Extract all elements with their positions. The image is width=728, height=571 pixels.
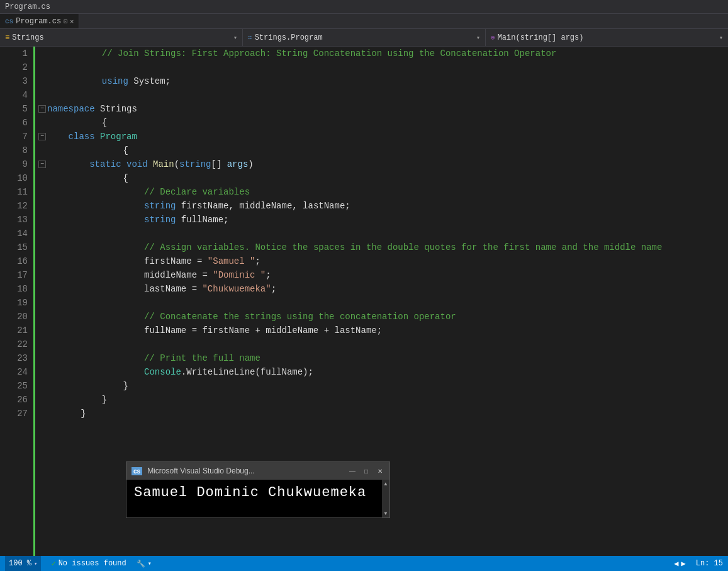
code-line: − static void Main(string[] args) bbox=[36, 157, 728, 171]
nav-dropdown-strings[interactable]: ≡ Strings ▾ bbox=[0, 29, 243, 46]
code-line: // Concatenate the strings using the con… bbox=[36, 310, 728, 324]
debug-title-icon: cs bbox=[132, 467, 142, 475]
token: System; bbox=[128, 74, 171, 88]
token: { bbox=[38, 144, 128, 157]
debug-title-text: Microsoft Visual Studio Debug... bbox=[147, 466, 343, 475]
line-number: 27 bbox=[0, 407, 28, 421]
line-number: 17 bbox=[0, 268, 28, 282]
code-line: { bbox=[36, 116, 728, 130]
nav-dropdown-main[interactable]: ⊕ Main(string[] args) ▾ bbox=[486, 29, 728, 46]
nav-left-icon: 🔧 bbox=[137, 560, 145, 568]
token: [] bbox=[211, 157, 227, 171]
line-number: 13 bbox=[0, 213, 28, 227]
status-bar: 100 % ▾ ✓ No issues found 🔧 ▾ ◀ ▶ Ln: 15 bbox=[0, 556, 728, 571]
line-number: 6 bbox=[0, 116, 28, 130]
token bbox=[38, 199, 144, 213]
debug-console[interactable]: cs Microsoft Visual Studio Debug... — □ … bbox=[126, 461, 390, 518]
token: (fullName); bbox=[255, 365, 313, 379]
nav-main-icon: ⊕ bbox=[491, 33, 495, 42]
scroll-down-icon[interactable]: ▼ bbox=[383, 509, 389, 517]
tab-icon: cs bbox=[5, 18, 13, 25]
code-line: − class Program bbox=[36, 130, 728, 144]
code-line: // Print the full name bbox=[36, 351, 728, 365]
status-scroll-section: ◀ ▶ bbox=[674, 559, 685, 568]
debug-output-text: Samuel Dominic Chukwuemeka bbox=[134, 485, 366, 500]
token: } bbox=[38, 407, 86, 421]
token: ; bbox=[255, 254, 260, 268]
title-bar: Program.cs bbox=[0, 0, 728, 14]
code-line: lastName = "Chukwuemeka"; bbox=[36, 282, 728, 296]
scroll-left-btn[interactable]: ◀ bbox=[674, 559, 678, 568]
token: "Dominic " bbox=[213, 268, 266, 282]
code-line: } bbox=[36, 393, 728, 407]
line-number: 19 bbox=[0, 296, 28, 310]
nav-arrow-icon[interactable]: ▾ bbox=[148, 560, 152, 567]
debug-restore-btn[interactable]: □ bbox=[362, 466, 371, 475]
nav-strings-label: Strings bbox=[12, 33, 43, 42]
editor-area: 1234567891011121314151617181920212223242… bbox=[0, 47, 728, 556]
line-number: 7 bbox=[0, 130, 28, 144]
line-number: 3 bbox=[0, 74, 28, 88]
token: Main bbox=[153, 157, 174, 171]
margin-green-bar bbox=[33, 47, 35, 556]
line-number: 4 bbox=[0, 88, 28, 102]
token: fullName = firstName + middleName + last… bbox=[38, 324, 382, 337]
line-number: 15 bbox=[0, 240, 28, 254]
tab-close[interactable]: ✕ bbox=[70, 18, 74, 25]
token bbox=[47, 130, 69, 144]
token: fullName; bbox=[176, 213, 228, 227]
program-tab[interactable]: cs Program.cs ⊡ ✕ bbox=[0, 14, 79, 28]
code-line bbox=[36, 88, 728, 102]
nav-program-label: Strings.Program bbox=[255, 33, 323, 42]
scroll-right-btn[interactable]: ▶ bbox=[681, 559, 686, 568]
collapse-button[interactable]: − bbox=[38, 161, 46, 168]
token: } bbox=[38, 379, 128, 393]
check-icon: ✓ bbox=[51, 559, 55, 568]
token: lastName = bbox=[38, 282, 202, 296]
line-number: 1 bbox=[0, 47, 28, 60]
line-number: 24 bbox=[0, 365, 28, 379]
status-line-info: Ln: 15 bbox=[696, 559, 723, 568]
token: // Declare variables bbox=[144, 185, 250, 199]
line-number: 9 bbox=[0, 157, 28, 171]
collapse-button[interactable]: − bbox=[38, 133, 46, 140]
code-line bbox=[36, 227, 728, 240]
token: class bbox=[69, 130, 95, 144]
line-number: 22 bbox=[0, 337, 28, 351]
token bbox=[38, 185, 144, 199]
token: Strings bbox=[95, 102, 137, 116]
token: { bbox=[38, 171, 128, 185]
debug-minimize-btn[interactable]: — bbox=[348, 466, 357, 475]
nav-main-arrow: ▾ bbox=[719, 34, 723, 42]
token: void bbox=[126, 157, 148, 171]
debug-scrollbar[interactable]: ▲ ▼ bbox=[382, 480, 389, 517]
tab-label: Program.cs bbox=[16, 17, 61, 26]
token: } bbox=[38, 393, 107, 407]
tab-pin[interactable]: ⊡ bbox=[64, 18, 67, 25]
line-info-text: Ln: 15 bbox=[696, 559, 723, 568]
token bbox=[38, 351, 144, 365]
debug-close-btn[interactable]: ✕ bbox=[376, 466, 384, 475]
nav-program-icon: ∷ bbox=[248, 33, 252, 42]
status-check-section: ✓ No issues found bbox=[51, 559, 126, 568]
status-zoom-section[interactable]: 100 % ▾ bbox=[5, 556, 41, 571]
nav-strings-icon: ≡ bbox=[5, 33, 9, 42]
code-line: middleName = "Dominic "; bbox=[36, 268, 728, 282]
line-number: 2 bbox=[0, 60, 28, 74]
token: .WriteLi bbox=[181, 365, 223, 379]
status-zoom-label: 100 % bbox=[9, 559, 31, 568]
debug-title-bar: cs Microsoft Visual Studio Debug... — □ … bbox=[126, 462, 389, 480]
code-line: { bbox=[36, 171, 728, 185]
code-line: firstName = "Samuel "; bbox=[36, 254, 728, 268]
code-line: // Assign variables. Notice the spaces i… bbox=[36, 240, 728, 254]
token: Program bbox=[100, 130, 137, 144]
token: Console bbox=[144, 365, 181, 379]
line-number: 18 bbox=[0, 282, 28, 296]
zoom-arrow-icon: ▾ bbox=[34, 560, 37, 567]
nav-dropdown-program[interactable]: ∷ Strings.Program ▾ bbox=[243, 29, 486, 46]
collapse-button[interactable]: − bbox=[38, 105, 46, 113]
line-numbers: 1234567891011121314151617181920212223242… bbox=[0, 47, 33, 556]
line-number: 5 bbox=[0, 102, 28, 116]
scroll-up-icon[interactable]: ▲ bbox=[383, 480, 389, 488]
code-line: string firstName, middleName, lastName; bbox=[36, 199, 728, 213]
